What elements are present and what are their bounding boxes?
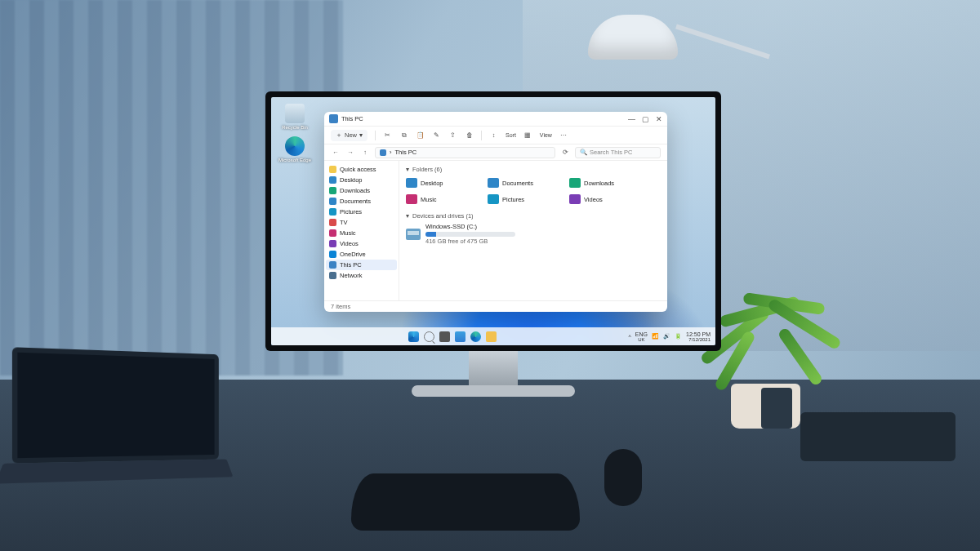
- sidebar-tv[interactable]: TV: [326, 217, 397, 228]
- titlebar[interactable]: This PC — ▢ ✕: [324, 112, 667, 127]
- task-view-icon[interactable]: [439, 331, 450, 342]
- start-button[interactable]: [408, 331, 419, 342]
- physical-mouse: [604, 449, 642, 506]
- desktop-icon-label: Microsoft Edge: [276, 158, 314, 162]
- refresh-button[interactable]: ⟳: [560, 148, 570, 158]
- up-button[interactable]: ↑: [360, 148, 370, 158]
- sidebar-onedrive[interactable]: OneDrive: [326, 249, 397, 260]
- desktop-icon-label: Recycle Bin: [276, 125, 314, 130]
- folder-icon: [329, 176, 336, 184]
- back-button[interactable]: ←: [331, 148, 341, 158]
- forward-button[interactable]: →: [345, 148, 355, 158]
- drive-c[interactable]: Windows-SSD (C:) 416 GB free of 475 GB: [406, 223, 661, 245]
- tray-chevron-icon[interactable]: ^: [629, 334, 631, 340]
- delete-icon[interactable]: 🗑: [465, 131, 474, 140]
- folder-icon: [406, 194, 417, 204]
- folder-icon: [488, 194, 499, 204]
- sort-label: Sort: [506, 132, 516, 138]
- monitor: Recycle Bin Microsoft Edge This PC — ▢ ✕: [265, 91, 721, 385]
- new-label: New: [345, 131, 357, 139]
- taskbar-edge-icon[interactable]: [470, 331, 481, 342]
- view-button[interactable]: ▦: [523, 131, 532, 140]
- sidebar-quick-access[interactable]: Quick access: [326, 164, 397, 175]
- minimize-button[interactable]: —: [628, 115, 635, 123]
- status-bar: 7 items: [324, 300, 667, 312]
- folder-icon: [329, 229, 336, 237]
- folders-header[interactable]: ▾ Folders (6): [406, 166, 661, 173]
- address-bar[interactable]: › This PC: [375, 147, 555, 158]
- folder-music[interactable]: Music: [406, 193, 476, 206]
- folder-pictures[interactable]: Pictures: [488, 193, 558, 206]
- folder-documents[interactable]: Documents: [488, 176, 558, 189]
- taskbar-pinned: [408, 331, 497, 342]
- folder-label: Desktop: [421, 180, 443, 187]
- folder-icon: [329, 198, 336, 205]
- more-icon[interactable]: ⋯: [559, 131, 568, 140]
- folder-videos[interactable]: Videos: [569, 193, 639, 206]
- folder-icon: [329, 187, 336, 194]
- chevron-down-icon: ▾: [406, 212, 409, 220]
- desk-lamp: [539, 15, 719, 88]
- taskbar-clock[interactable]: 12:50 PM 7/12/2021: [686, 331, 710, 342]
- taskbar[interactable]: ^ ENG UK 📶 🔊 🔋 12:50 PM 7/12/2021: [271, 327, 715, 345]
- network-icon: [329, 272, 336, 279]
- rename-icon[interactable]: ✎: [432, 131, 441, 140]
- star-icon: [329, 166, 336, 173]
- sort-button[interactable]: ↕: [489, 131, 498, 140]
- window-title: This PC: [341, 115, 363, 122]
- drives-header[interactable]: ▾ Devices and drives (1): [406, 212, 661, 220]
- folder-icon: [329, 240, 336, 247]
- volume-icon[interactable]: 🔊: [663, 333, 670, 340]
- content-pane[interactable]: ▾ Folders (6) DesktopDocumentsDownloadsM…: [399, 161, 667, 300]
- tv-icon: [329, 219, 336, 226]
- desktop-icon-recycle-bin[interactable]: Recycle Bin: [276, 104, 314, 130]
- folder-icon: [406, 178, 417, 188]
- folder-desktop[interactable]: Desktop: [406, 176, 476, 189]
- drive-usage-bar: [425, 232, 515, 237]
- folder-icon: [329, 208, 336, 216]
- taskbar-widgets-icon[interactable]: [455, 331, 466, 342]
- wifi-icon[interactable]: 📶: [652, 333, 659, 340]
- recycle-bin-icon: [285, 104, 305, 123]
- cut-icon[interactable]: ✂: [383, 131, 392, 140]
- file-explorer-window[interactable]: This PC — ▢ ✕ ＋ New ▾ ✂: [324, 112, 667, 312]
- sidebar-item-pictures[interactable]: Pictures: [326, 207, 397, 217]
- sidebar-item-videos[interactable]: Videos: [326, 238, 397, 249]
- paste-icon[interactable]: 📋: [416, 131, 425, 140]
- pen-holder: [761, 388, 792, 429]
- desktop-icon-edge[interactable]: Microsoft Edge: [276, 136, 314, 162]
- this-pc-icon: [329, 114, 338, 123]
- sidebar-item-desktop[interactable]: Desktop: [326, 175, 397, 185]
- sidebar-item-documents[interactable]: Documents: [326, 196, 397, 207]
- taskbar-explorer-icon[interactable]: [486, 331, 497, 342]
- chevron-down-icon: ▾: [359, 131, 363, 139]
- close-button[interactable]: ✕: [656, 115, 662, 123]
- folder-downloads[interactable]: Downloads: [569, 176, 639, 189]
- battery-icon[interactable]: 🔋: [675, 333, 682, 340]
- search-box[interactable]: 🔍 Search This PC: [575, 147, 661, 158]
- copy-icon[interactable]: ⧉: [399, 131, 408, 140]
- paper-tray: [800, 412, 956, 461]
- share-icon[interactable]: ⇪: [448, 131, 457, 140]
- sidebar-item-music[interactable]: Music: [326, 228, 397, 238]
- drive-free-text: 416 GB free of 475 GB: [425, 238, 515, 245]
- folder-label: Music: [421, 196, 437, 203]
- breadcrumb[interactable]: This PC: [395, 149, 417, 156]
- maximize-button[interactable]: ▢: [642, 115, 649, 123]
- new-button[interactable]: ＋ New ▾: [331, 130, 368, 141]
- sidebar-item-downloads[interactable]: Downloads: [326, 185, 397, 196]
- navigation-pane[interactable]: Quick access Desktop Downloads Documents…: [324, 161, 399, 300]
- sidebar-network[interactable]: Network: [326, 270, 397, 281]
- chevron-right-icon: ›: [390, 149, 392, 156]
- folder-label: Pictures: [502, 196, 524, 203]
- view-label: View: [540, 132, 552, 138]
- windows-desktop[interactable]: Recycle Bin Microsoft Edge This PC — ▢ ✕: [271, 97, 715, 345]
- folder-label: Videos: [584, 196, 603, 203]
- drive-name: Windows-SSD (C:): [425, 223, 515, 230]
- tray-language[interactable]: ENG: [635, 331, 648, 337]
- folder-icon: [569, 178, 581, 188]
- taskbar-search-icon[interactable]: [424, 331, 434, 342]
- sidebar-this-pc[interactable]: This PC: [326, 260, 397, 270]
- this-pc-icon: [329, 261, 336, 269]
- cloud-icon: [329, 251, 336, 258]
